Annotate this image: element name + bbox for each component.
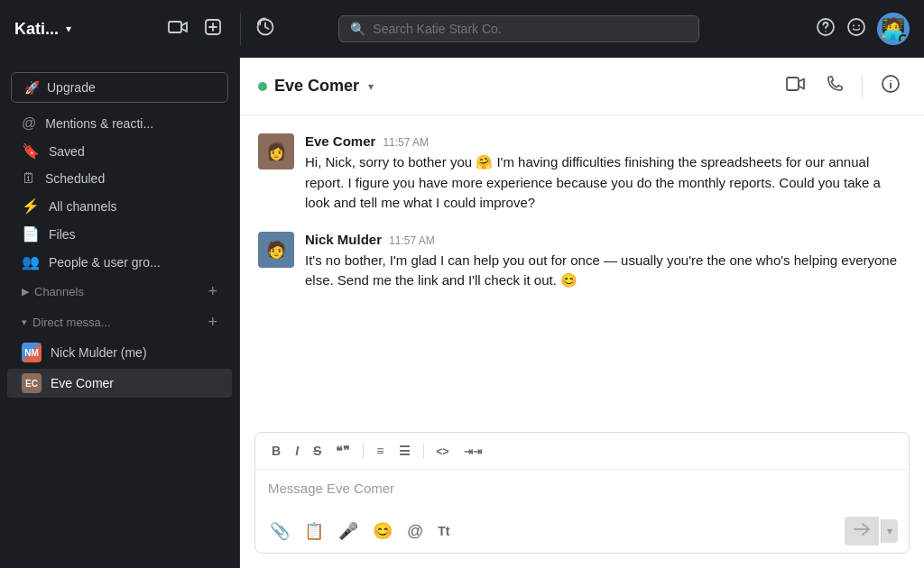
bold-button[interactable]: B	[266, 440, 286, 462]
quote-label: ❝❞	[336, 444, 350, 458]
code-block-button[interactable]: ⇥⇥	[458, 440, 487, 462]
svg-point-6	[853, 24, 855, 26]
quote-button[interactable]: ❝❞	[330, 440, 356, 462]
all-channels-icon: ⚡	[22, 197, 40, 215]
eve-msg-author: Eve Comer	[305, 133, 375, 149]
help-icon	[816, 17, 836, 37]
header-divider	[862, 76, 863, 97]
code-button[interactable]: <>	[431, 440, 455, 462]
ol-label: ≡	[376, 444, 383, 458]
eve-msg-header: Eve Comer 11:57 AM	[305, 133, 906, 149]
sidebar-item-mentions-label: Mentions & reacti...	[45, 116, 153, 131]
emoji-compose-button[interactable]: 😊	[369, 518, 396, 545]
channels-section-label: Channels	[34, 285, 84, 298]
chat-area: Eve Comer ▾	[240, 58, 924, 568]
video-call-button[interactable]	[164, 14, 191, 44]
nick-msg-avatar: 🧑	[258, 232, 294, 268]
sidebar-item-people[interactable]: 👥 People & user gro...	[7, 249, 232, 275]
nick-msg-header: Nick Mulder 11:57 AM	[305, 232, 906, 247]
dm-user-nick[interactable]: NM Nick Mulder (me)	[7, 338, 232, 367]
search-bar[interactable]: 🔍	[338, 15, 699, 42]
text-format-button[interactable]: Tt	[434, 520, 453, 542]
sidebar-item-saved[interactable]: 🔖 Saved	[7, 138, 232, 164]
dm-section-header[interactable]: ▾ Direct messa... +	[7, 308, 232, 335]
history-button[interactable]	[255, 17, 275, 41]
sidebar-item-all-channels[interactable]: ⚡ All channels	[7, 193, 232, 219]
main-area: 🚀 Upgrade @ Mentions & reacti... 🔖 Saved…	[0, 58, 924, 568]
svg-point-7	[858, 24, 860, 26]
italic-button[interactable]: I	[290, 440, 304, 462]
phone-icon	[826, 75, 844, 93]
send-options-button[interactable]: ▾	[881, 519, 898, 543]
toolbar-divider-2	[423, 443, 424, 459]
compose-toolbar: B I S ❝❞ ≡ ☰ <> ⇥⇥	[255, 433, 909, 470]
unordered-list-button[interactable]: ☰	[393, 440, 416, 462]
compose-icon	[204, 18, 222, 36]
chat-header-actions	[781, 69, 906, 104]
dm-user-eve[interactable]: EC Eve Comer	[7, 369, 232, 398]
svg-point-4	[825, 31, 827, 32]
chat-username-chevron-icon: ▾	[368, 80, 374, 93]
sidebar-item-scheduled[interactable]: 🗓 Scheduled	[7, 166, 232, 191]
emoji-icon	[846, 17, 866, 37]
chat-username: Eve Comer	[274, 77, 359, 96]
rocket-icon: 🚀	[24, 80, 40, 95]
channels-section-header[interactable]: ▶ Channels +	[7, 278, 232, 305]
search-input[interactable]	[373, 22, 688, 36]
emoji-button[interactable]	[846, 17, 866, 41]
chat-header: Eve Comer ▾	[240, 58, 924, 115]
info-button[interactable]	[875, 69, 906, 104]
channels-chevron-icon: ▶	[22, 286, 29, 298]
nick-message-content: Nick Mulder 11:57 AM It's no bother, I'm…	[305, 232, 906, 291]
code-label: <>	[437, 445, 449, 458]
sidebar-item-saved-label: Saved	[49, 144, 85, 159]
eve-avatar-small: EC	[22, 373, 42, 393]
add-channel-button[interactable]: +	[208, 283, 217, 299]
svg-rect-8	[787, 78, 799, 90]
mentions-icon: @	[22, 115, 36, 132]
send-button-group: ▾	[845, 517, 898, 545]
sidebar-item-mentions[interactable]: @ Mentions & reacti...	[7, 111, 232, 136]
mention-button[interactable]: @	[403, 518, 427, 545]
sidebar-item-files-label: Files	[49, 227, 76, 242]
top-bar-icons	[164, 14, 226, 44]
send-button[interactable]	[845, 517, 879, 545]
compose-input-area[interactable]: Message Eve Comer	[255, 470, 909, 509]
strikethrough-button[interactable]: S	[308, 440, 327, 462]
nick-msg-author: Nick Mulder	[305, 232, 382, 247]
nick-msg-time: 11:57 AM	[389, 234, 435, 247]
messages-area: 👩 Eve Comer 11:57 AM Hi, Nick, sorry to …	[240, 115, 924, 432]
workspace-chevron-icon: ▾	[66, 23, 71, 35]
italic-label: I	[295, 444, 299, 458]
dm-section-label: Direct messa...	[32, 316, 111, 329]
sidebar-item-all-channels-label: All channels	[49, 199, 117, 214]
sidebar-item-scheduled-label: Scheduled	[45, 171, 105, 186]
ul-label: ☰	[399, 444, 411, 458]
upgrade-label: Upgrade	[47, 80, 96, 95]
saved-icon: 🔖	[22, 142, 40, 160]
phone-button[interactable]	[820, 69, 849, 103]
workspace-name: Kati...	[14, 20, 59, 39]
attachment-button[interactable]: 📎	[266, 518, 293, 545]
top-bar-right: 🔍 🧑‍💻	[240, 13, 924, 45]
avatar-status-dot	[899, 34, 908, 43]
scheduled-icon: 🗓	[22, 170, 36, 187]
toolbar-divider-1	[363, 443, 364, 459]
add-dm-button[interactable]: +	[208, 314, 217, 330]
message-eve: 👩 Eve Comer 11:57 AM Hi, Nick, sorry to …	[258, 133, 906, 214]
user-avatar[interactable]: 🧑‍💻	[877, 13, 910, 45]
message-nick: 🧑 Nick Mulder 11:57 AM It's no bother, I…	[258, 232, 906, 291]
video-chat-button[interactable]	[781, 70, 811, 102]
help-button[interactable]	[816, 17, 836, 41]
chat-user-info[interactable]: Eve Comer ▾	[258, 77, 374, 96]
calendar-button[interactable]: 📋	[300, 518, 328, 545]
top-bar-left: Kati... ▾	[0, 14, 240, 44]
ordered-list-button[interactable]: ≡	[371, 440, 389, 462]
upgrade-button[interactable]: 🚀 Upgrade	[11, 72, 228, 103]
microphone-button[interactable]: 🎤	[335, 518, 362, 545]
sidebar-item-files[interactable]: 📄 Files	[7, 221, 232, 247]
search-icon: 🔍	[350, 22, 365, 36]
top-right-actions: 🧑‍💻	[816, 13, 910, 45]
compose-button[interactable]	[200, 14, 226, 44]
video-icon	[168, 19, 188, 35]
